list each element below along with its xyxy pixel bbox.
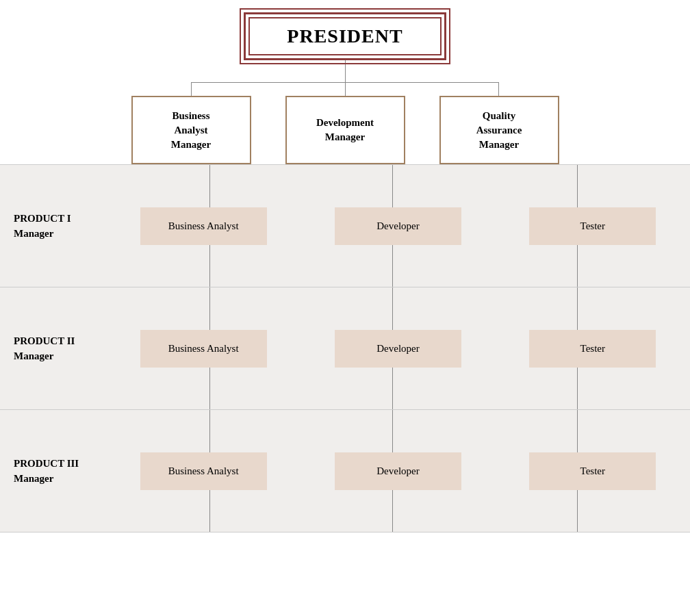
role-cell-2-tester: Tester (529, 330, 656, 368)
manager-box-qam: QualityAssuranceManager (439, 96, 559, 164)
manager-label-qam: QualityAssuranceManager (476, 109, 522, 152)
product-cells-3: Business Analyst Developer Tester (106, 452, 690, 490)
product-row-2: PRODUCT IIManager Business Analyst Devel… (0, 287, 690, 409)
manager-col-qa: QualityAssuranceManager (431, 96, 567, 164)
role-cell-1-ba: Business Analyst (140, 207, 267, 245)
product-cells-2: Business Analyst Developer Tester (106, 330, 690, 368)
page: PRESIDENT BusinessAnalystManager (0, 0, 690, 616)
manager-box-dm: DevelopmentManager (285, 96, 405, 164)
products-area: PRODUCT IManager Business Analyst Develo… (0, 164, 690, 532)
v-line-president (345, 60, 346, 82)
role-cell-1-dev: Developer (335, 207, 461, 245)
role-cell-2-dev: Developer (335, 330, 461, 368)
role-cell-1-tester: Tester (529, 207, 656, 245)
product-label-1: PRODUCT IManager (0, 211, 106, 242)
tree-connector (123, 82, 567, 96)
manager-label-dm: DevelopmentManager (316, 116, 374, 144)
role-cell-3-ba: Business Analyst (140, 452, 267, 490)
role-cell-3-tester: Tester (529, 452, 656, 490)
product-row-1: PRODUCT IManager Business Analyst Develo… (0, 164, 690, 287)
product-row-3: PRODUCT IIIManager Business Analyst Deve… (0, 409, 690, 532)
product-label-3: PRODUCT IIIManager (0, 456, 106, 487)
managers-row: BusinessAnalystManager DevelopmentManage… (123, 96, 567, 164)
manager-box-bam: BusinessAnalystManager (131, 96, 251, 164)
role-cell-2-ba: Business Analyst (140, 330, 267, 368)
manager-col-dev: DevelopmentManager (277, 96, 413, 164)
president-label: PRESIDENT (287, 25, 402, 47)
manager-col-ba: BusinessAnalystManager (123, 96, 259, 164)
top-area: PRESIDENT BusinessAnalystManager (0, 0, 690, 164)
product-cells-1: Business Analyst Developer Tester (106, 207, 690, 245)
manager-label-bam: BusinessAnalystManager (171, 109, 211, 152)
product-label-2: PRODUCT IIManager (0, 333, 106, 364)
president-box: PRESIDENT (244, 12, 446, 60)
role-cell-3-dev: Developer (335, 452, 461, 490)
